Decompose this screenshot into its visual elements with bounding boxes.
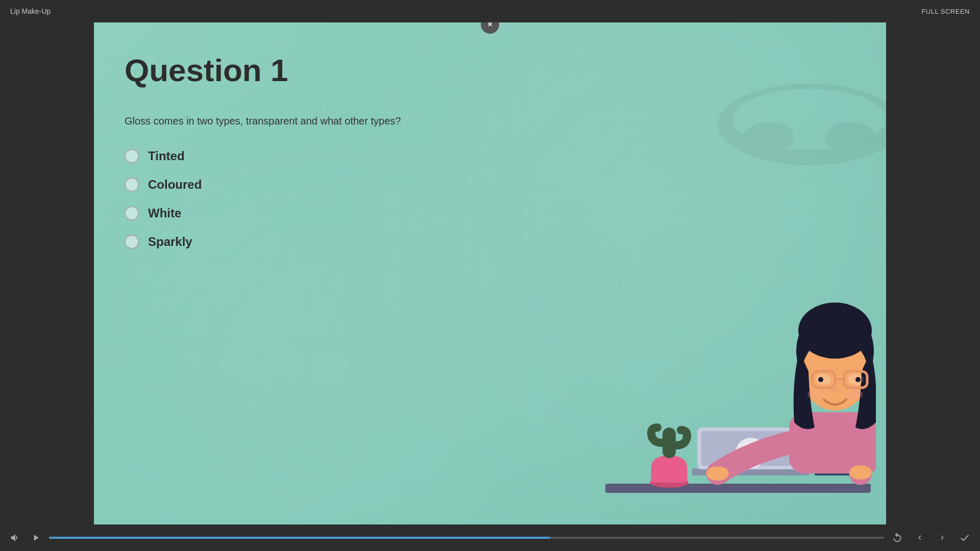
check-button[interactable] bbox=[958, 531, 972, 545]
bottom-right-controls bbox=[890, 531, 972, 545]
volume-icon[interactable] bbox=[8, 531, 22, 545]
play-button[interactable] bbox=[29, 531, 43, 545]
option-coloured[interactable]: Coloured bbox=[125, 178, 855, 192]
svg-point-18 bbox=[706, 466, 729, 481]
question-text: Gloss comes in two types, transparent an… bbox=[125, 113, 421, 129]
desk-surface bbox=[605, 484, 871, 493]
prev-button[interactable] bbox=[913, 531, 927, 545]
next-button[interactable] bbox=[935, 531, 949, 545]
close-icon: × bbox=[487, 22, 492, 29]
option-sparkly-label: Sparkly bbox=[148, 235, 192, 249]
question-title: Question 1 bbox=[125, 53, 855, 88]
svg-point-30 bbox=[818, 377, 823, 382]
option-white-label: White bbox=[148, 206, 181, 220]
radio-tinted[interactable] bbox=[125, 149, 139, 163]
scene-svg bbox=[590, 229, 876, 524]
option-tinted-label: Tinted bbox=[148, 149, 185, 163]
svg-point-19 bbox=[849, 465, 872, 480]
bottom-bar bbox=[0, 524, 980, 551]
svg-point-32 bbox=[831, 388, 839, 393]
option-tinted[interactable]: Tinted bbox=[125, 149, 855, 163]
fullscreen-button[interactable]: FULL SCREEN bbox=[921, 8, 970, 15]
svg-point-34 bbox=[844, 389, 863, 399]
top-bar: Lip Make-Up FULL SCREEN bbox=[0, 0, 980, 22]
svg-point-24 bbox=[798, 303, 872, 359]
progress-bar[interactable] bbox=[49, 537, 884, 539]
option-white[interactable]: White bbox=[125, 206, 855, 220]
close-button[interactable]: × bbox=[481, 22, 499, 34]
radio-coloured[interactable] bbox=[125, 178, 139, 192]
main-content-area: × Question 1 Gloss comes in two types, t… bbox=[94, 22, 886, 524]
option-coloured-label: Coloured bbox=[148, 178, 202, 192]
svg-point-33 bbox=[807, 389, 826, 399]
progress-fill bbox=[49, 537, 550, 539]
replay-icon[interactable] bbox=[890, 531, 904, 545]
app-title: Lip Make-Up bbox=[10, 7, 51, 15]
radio-white[interactable] bbox=[125, 206, 139, 220]
illustration bbox=[590, 229, 876, 524]
radio-sparkly[interactable] bbox=[125, 235, 139, 249]
svg-point-31 bbox=[855, 377, 861, 382]
